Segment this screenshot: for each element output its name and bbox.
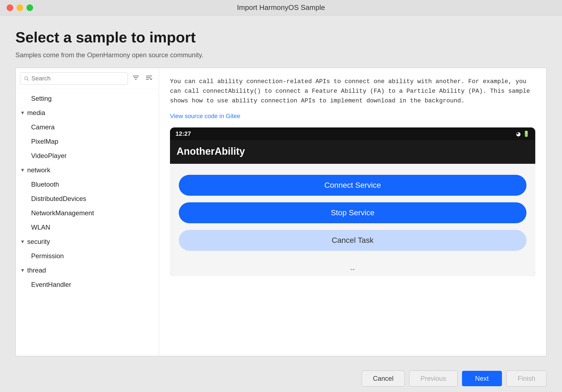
description-text: You can call ability connection-related …	[170, 77, 535, 106]
tree-group-media[interactable]: ▼ media	[16, 106, 159, 120]
tree-group-thread-label: thread	[27, 266, 46, 274]
main-content: Select a sample to import Samples come f…	[0, 15, 562, 365]
phone-body: Connect Service Stop Service Cancel Task	[170, 164, 535, 262]
tree-item-videoplayer[interactable]: VideoPlayer	[16, 149, 159, 163]
filter-icon	[132, 75, 139, 81]
tree-item-setting[interactable]: Setting	[16, 91, 159, 106]
bottom-bar: Cancel Previous Next Finish	[0, 365, 562, 392]
page-title: Select a sample to import	[15, 29, 547, 46]
search-input-wrap[interactable]	[20, 72, 128, 85]
tree-item-camera[interactable]: Camera	[16, 120, 159, 134]
finish-button[interactable]: Finish	[506, 371, 547, 386]
window-controls	[7, 4, 33, 11]
battery-icon: 🔋	[523, 130, 530, 137]
sort-button[interactable]	[144, 73, 154, 84]
tree-item-distributeddevices[interactable]: DistributedDevices	[16, 192, 159, 206]
tree-group-network-label: network	[27, 166, 50, 174]
maximize-button[interactable]	[26, 4, 33, 11]
tree-group-security-label: security	[27, 238, 50, 246]
svg-line-1	[28, 80, 29, 81]
phone-footer: --	[170, 262, 535, 276]
phone-mockup: 12:27 ◕ 🔋 AnotherAbility Connect Service…	[170, 127, 535, 276]
chevron-down-icon: ▼	[20, 110, 25, 116]
search-icon	[24, 76, 29, 81]
tree-group-security[interactable]: ▼ security	[16, 235, 159, 249]
titlebar: Import HarmonyOS Sample	[0, 0, 562, 15]
sidebar: Setting ▼ media Camera PixelMap VideoPla…	[16, 68, 159, 356]
phone-time: 12:27	[175, 130, 191, 137]
tree-item-pixelmap[interactable]: PixelMap	[16, 134, 159, 149]
next-button[interactable]: Next	[462, 371, 502, 386]
window-title: Import HarmonyOS Sample	[237, 3, 325, 12]
tree-group-thread[interactable]: ▼ thread	[16, 263, 159, 277]
filter-button[interactable]	[131, 73, 141, 84]
tree-item-wlan[interactable]: WLAN	[16, 220, 159, 235]
dialog-panel: Setting ▼ media Camera PixelMap VideoPla…	[15, 68, 547, 356]
phone-status-icons: ◕ 🔋	[516, 130, 530, 137]
tree-item-permission[interactable]: Permission	[16, 249, 159, 263]
search-bar	[16, 68, 159, 89]
tree-group-network[interactable]: ▼ network	[16, 163, 159, 177]
source-link[interactable]: View source code in Gitee	[170, 113, 535, 120]
wifi-icon: ◕	[516, 130, 521, 137]
minimize-button[interactable]	[17, 4, 23, 11]
tree-item-networkmanagement[interactable]: NetworkManagement	[16, 206, 159, 220]
chevron-down-icon: ▼	[20, 239, 25, 245]
phone-app-title: AnotherAbility	[177, 146, 529, 157]
cancel-task-button[interactable]: Cancel Task	[179, 230, 526, 251]
tree-group-media-label: media	[27, 109, 45, 117]
phone-header: AnotherAbility	[170, 140, 535, 164]
tree-item-eventhandler[interactable]: EventHandler	[16, 277, 159, 292]
previous-button[interactable]: Previous	[409, 371, 457, 386]
chevron-down-icon: ▼	[20, 167, 25, 173]
stop-service-button[interactable]: Stop Service	[179, 202, 526, 223]
sort-icon	[145, 75, 153, 81]
page-subtitle: Samples come from the OpenHarmony open s…	[15, 51, 547, 59]
preview-panel: You can call ability connection-related …	[159, 68, 546, 356]
phone-statusbar: 12:27 ◕ 🔋	[170, 127, 535, 140]
search-input[interactable]	[31, 75, 124, 82]
tree-item-bluetooth[interactable]: Bluetooth	[16, 177, 159, 192]
chevron-down-icon: ▼	[20, 268, 25, 273]
cancel-button[interactable]: Cancel	[362, 371, 405, 386]
close-button[interactable]	[7, 4, 13, 11]
svg-point-0	[25, 77, 28, 80]
connect-service-button[interactable]: Connect Service	[179, 175, 526, 196]
tree-list: Setting ▼ media Camera PixelMap VideoPla…	[16, 89, 159, 356]
